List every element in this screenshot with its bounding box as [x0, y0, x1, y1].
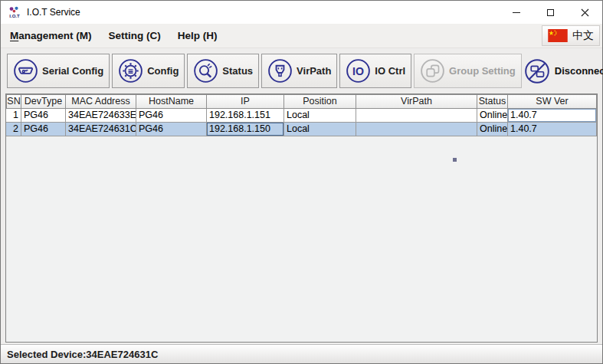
titlebar: I.O.T I.O.T Service	[1, 1, 602, 24]
column-header-swver[interactable]: SW Ver	[508, 94, 597, 109]
cell-mac[interactable]: 34EAE724633E	[66, 109, 136, 123]
maximize-button[interactable]	[533, 1, 568, 24]
maximize-icon	[547, 9, 554, 16]
cell-ip-focused[interactable]: 192.168.1.150	[207, 123, 284, 136]
app-window: I.O.T I.O.T Service Management (M) Setti…	[0, 0, 603, 364]
connection-status-label: Disconnected	[555, 65, 603, 77]
china-flag-icon	[548, 29, 568, 42]
cell-sn[interactable]: 1	[6, 109, 21, 123]
menu-management-mnemonic: M	[10, 30, 18, 41]
cell-devtype[interactable]: PG46	[21, 109, 66, 123]
cell-devtype[interactable]: PG46	[21, 123, 66, 136]
app-icon: I.O.T	[8, 5, 21, 19]
minimize-button[interactable]	[499, 1, 533, 24]
menu-setting[interactable]: Setting (C)	[101, 30, 169, 41]
column-header-mac[interactable]: MAC Address	[66, 94, 136, 109]
column-header-status[interactable]: Status	[477, 94, 508, 109]
cell-status[interactable]: Online	[477, 109, 508, 123]
serial-config-button[interactable]: Serial Config	[7, 54, 110, 88]
column-header-hostname[interactable]: HostName	[136, 94, 207, 109]
column-header-sn[interactable]: SN	[6, 94, 21, 109]
io-ctrl-button[interactable]: IO IO Ctrl	[339, 54, 411, 88]
cell-status[interactable]: Online	[477, 123, 508, 136]
cell-hostname[interactable]: PG46	[136, 123, 207, 136]
serial-port-icon	[13, 58, 38, 84]
selected-device-text: Selected Device:34EAE724631C	[7, 349, 158, 360]
virpath-button[interactable]: VirPath	[261, 54, 337, 88]
cell-swver[interactable]: 1.40.7	[508, 123, 597, 136]
svg-text:I.O.T: I.O.T	[9, 14, 20, 18]
disconnected-icon	[524, 58, 550, 84]
close-button[interactable]	[568, 1, 602, 24]
config-label: Config	[147, 65, 179, 77]
table-row[interactable]: 1 PG46 34EAE724633E PG46 192.168.1.151 L…	[6, 109, 597, 123]
cell-sn[interactable]: 2	[6, 123, 21, 136]
device-table: SN DevType MAC Address HostName IP Posit…	[5, 93, 598, 343]
connector-icon	[267, 58, 293, 84]
cursor-dot	[453, 158, 457, 162]
main-panel: SN DevType MAC Address HostName IP Posit…	[1, 93, 602, 344]
gear-icon	[118, 58, 143, 84]
group-icon	[420, 58, 445, 84]
cell-hostname[interactable]: PG46	[136, 109, 207, 123]
group-setting-label: Group Setting	[449, 65, 516, 77]
io-icon-text: IO	[352, 65, 364, 77]
column-header-virpath[interactable]: VirPath	[356, 94, 477, 109]
cell-virpath[interactable]	[356, 109, 477, 123]
toolbar: Serial Config Config Status	[1, 48, 602, 93]
column-header-ip[interactable]: IP	[207, 94, 284, 109]
column-header-devtype[interactable]: DevType	[21, 94, 66, 109]
cell-position[interactable]: Local	[284, 109, 356, 123]
status-label: Status	[222, 65, 253, 77]
window-title: I.O.T Service	[27, 7, 80, 18]
io-ctrl-label: IO Ctrl	[375, 65, 405, 77]
io-icon: IO	[346, 58, 371, 84]
virpath-label: VirPath	[297, 65, 331, 77]
cell-swver[interactable]: 1.40.7	[508, 109, 597, 123]
connection-status: Disconnected	[524, 54, 603, 88]
menu-management[interactable]: Management (M)	[2, 30, 100, 41]
config-button[interactable]: Config	[112, 54, 185, 88]
status-button[interactable]: Status	[187, 54, 259, 88]
group-setting-button: Group Setting	[414, 54, 522, 88]
cell-ip[interactable]: 192.168.1.151	[207, 109, 284, 123]
language-button[interactable]: 中文	[542, 25, 600, 46]
statusbar: Selected Device:34EAE724631C	[1, 344, 602, 363]
cell-mac[interactable]: 34EAE724631C	[66, 123, 136, 136]
menu-management-rest: anagement (M)	[18, 30, 91, 41]
cell-position[interactable]: Local	[284, 123, 356, 136]
magnifier-icon	[193, 58, 218, 84]
menu-help[interactable]: Help (H)	[170, 30, 225, 41]
menubar: Management (M) Setting (C) Help (H) 中文	[1, 24, 602, 48]
table-header: SN DevType MAC Address HostName IP Posit…	[6, 94, 597, 109]
serial-config-label: Serial Config	[42, 65, 103, 77]
column-header-position[interactable]: Position	[284, 94, 356, 109]
close-icon	[581, 8, 589, 17]
minimize-icon	[513, 12, 520, 13]
language-label: 中文	[572, 29, 594, 43]
table-row-selected[interactable]: 2 PG46 34EAE724631C PG46 192.168.1.150 L…	[6, 123, 597, 136]
cell-virpath[interactable]	[356, 123, 477, 136]
